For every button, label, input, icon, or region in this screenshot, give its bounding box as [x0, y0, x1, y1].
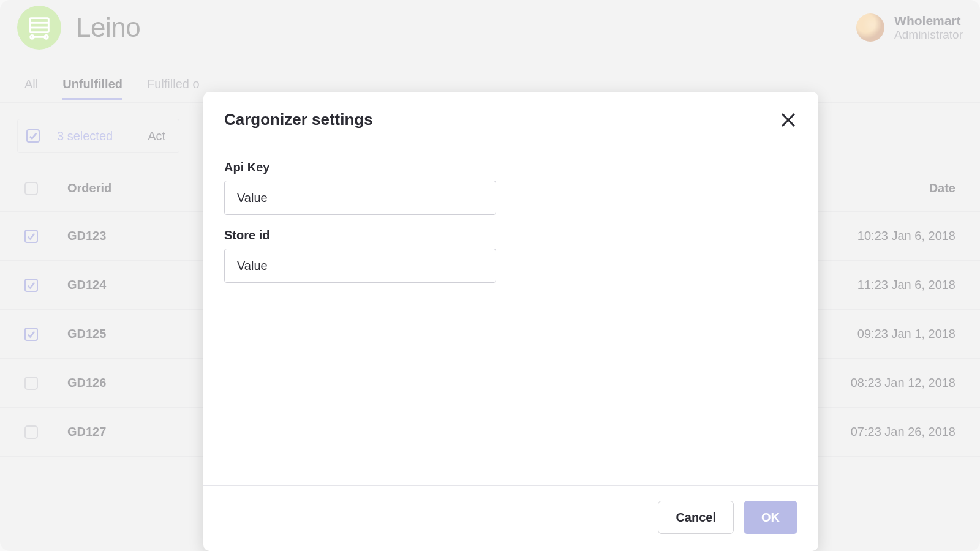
- settings-modal: Cargonizer settings Api Key Store id Can…: [203, 92, 818, 551]
- api-key-input[interactable]: [224, 181, 496, 215]
- ok-button[interactable]: OK: [744, 501, 797, 534]
- store-id-label: Store id: [224, 228, 797, 242]
- close-icon: [779, 111, 797, 129]
- store-id-input[interactable]: [224, 249, 496, 283]
- modal-footer: Cancel OK: [203, 485, 818, 551]
- close-button[interactable]: [779, 111, 797, 129]
- modal-header: Cargonizer settings: [203, 92, 818, 143]
- modal-title: Cargonizer settings: [224, 110, 373, 129]
- api-key-label: Api Key: [224, 160, 797, 174]
- api-key-field: Api Key: [224, 160, 797, 215]
- cancel-button[interactable]: Cancel: [658, 501, 734, 534]
- store-id-field: Store id: [224, 228, 797, 283]
- modal-body: Api Key Store id: [203, 143, 818, 485]
